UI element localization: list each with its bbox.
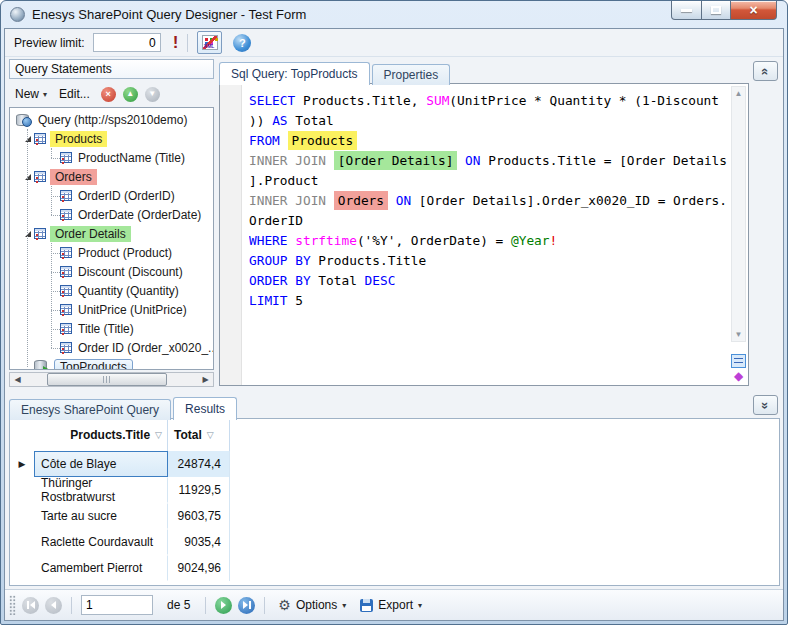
last-page-button[interactable]	[238, 597, 255, 614]
scroll-down-icon[interactable]: ▼	[735, 330, 743, 339]
snippet-diamond-icon[interactable]: ◆	[734, 370, 743, 382]
tree-node-label: Quantity (Quantity)	[76, 283, 181, 299]
tab-properties[interactable]: Properties	[372, 64, 451, 85]
title-bar: Enesys SharePoint Query Designer - Test …	[4, 1, 784, 28]
cell-products-title[interactable]: Tarte au sucre	[34, 503, 168, 529]
intellisense-list-icon[interactable]	[731, 354, 746, 368]
edit-button[interactable]: Edit...	[55, 85, 94, 103]
maximize-button[interactable]	[702, 1, 731, 20]
query-tree: Query (http://sps2010demo)ProductsProduc…	[9, 107, 214, 370]
table-row[interactable]: ▶Côte de Blaye24874,4	[10, 451, 779, 477]
filter-icon[interactable]: ▽	[155, 430, 162, 440]
page-count-label: de 5	[167, 598, 190, 612]
preview-limit-label: Preview limit:	[14, 36, 85, 50]
main-toolbar: Preview limit: ! ?	[5, 29, 783, 57]
cell-total[interactable]: 9035,4	[168, 529, 230, 555]
statusbar-separator	[205, 597, 206, 614]
tree-node-orders[interactable]: Orders	[10, 167, 213, 186]
tree-node-order-id-order-x0020[interactable]: Order ID (Order_x0020_...	[10, 338, 213, 357]
row-marker	[10, 529, 34, 555]
table-row[interactable]: Tarte au sucre9603,75	[10, 503, 779, 529]
sql-code[interactable]: SELECT Products.Title, SUM(UnitPrice * Q…	[249, 91, 728, 383]
tree-node-label: Query (http://sps2010demo)	[36, 112, 189, 128]
tree-node-orderdate-orderdate[interactable]: OrderDate (OrderDate)	[10, 205, 213, 224]
tree-node-label: Orders	[50, 169, 97, 185]
tree-node-label: Order ID (Order_x0020_...	[76, 340, 214, 356]
prev-page-button[interactable]	[45, 597, 62, 614]
tree-horizontal-scrollbar[interactable]: ◀ ▶	[9, 372, 214, 387]
move-up-icon[interactable]: ▲	[123, 87, 138, 102]
export-button[interactable]: Export ▾	[356, 596, 426, 614]
cell-products-title[interactable]: Thüringer Rostbratwurst	[34, 477, 168, 503]
tree-guide	[51, 243, 52, 348]
field-icon	[60, 285, 72, 296]
grip-handle[interactable]	[9, 595, 16, 615]
client-area: Preview limit: ! ? Query Statements New …	[4, 28, 784, 621]
tab-sql-query[interactable]: Sql Query: TopProducts	[219, 62, 370, 85]
tree-node-label: UnitPrice (UnitPrice)	[76, 302, 189, 318]
cell-total[interactable]: 24874,4	[168, 451, 230, 477]
sql-vertical-scrollbar[interactable]: ▲ ▼	[731, 86, 746, 342]
tree-node-discount-discount[interactable]: Discount (Discount)	[10, 262, 213, 281]
preview-limit-input[interactable]	[93, 33, 161, 52]
tree-node-topproducts[interactable]: TopProducts	[10, 357, 213, 370]
chevron-down-icon: ▾	[43, 90, 47, 99]
exclamation-icon[interactable]: !	[173, 34, 179, 51]
delete-icon[interactable]: ×	[101, 87, 116, 102]
sql-tabstrip: Sql Query: TopProducts Properties	[219, 61, 452, 84]
cell-total[interactable]: 9024,96	[168, 555, 230, 581]
tree-node-title-title[interactable]: Title (Title)	[10, 319, 213, 338]
tree-node-unitprice-unitprice[interactable]: UnitPrice (UnitPrice)	[10, 300, 213, 319]
move-down-icon[interactable]: ▼	[145, 87, 160, 102]
first-page-button[interactable]	[22, 597, 39, 614]
cell-products-title[interactable]: Raclette Courdavault	[34, 529, 168, 555]
table-row[interactable]: Raclette Courdavault9035,4	[10, 529, 779, 555]
column-header-products-title[interactable]: Products.Title ▽	[34, 419, 168, 451]
filter-icon[interactable]: ▽	[207, 430, 214, 440]
tree-node-query-http-sps2010demo[interactable]: Query (http://sps2010demo)	[10, 110, 213, 129]
scroll-right-icon[interactable]: ▶	[198, 375, 213, 384]
cell-products-title[interactable]: Camembert Pierrot	[34, 555, 168, 581]
tree-guide	[51, 158, 60, 159]
tree-node-productname-title[interactable]: ProductName (Title)	[10, 148, 213, 167]
next-page-button[interactable]	[215, 597, 232, 614]
edit-button-label: Edit...	[59, 87, 90, 101]
query-statements-panel: Query Statements New ▾ Edit... × ▲ ▼ Que…	[9, 59, 214, 387]
tree-guide	[51, 291, 60, 292]
column-header-total[interactable]: Total ▽	[168, 419, 230, 451]
xml-toggle-button[interactable]	[197, 31, 222, 54]
tree-node-quantity-quantity[interactable]: Quantity (Quantity)	[10, 281, 213, 300]
help-icon[interactable]: ?	[233, 34, 251, 52]
collapse-up-button[interactable]: «	[753, 61, 778, 81]
tab-enesys-sharepoint-query[interactable]: Enesys SharePoint Query	[9, 399, 171, 420]
cell-total[interactable]: 11929,5	[168, 477, 230, 503]
minimize-button[interactable]	[671, 1, 702, 20]
scrollbar-thumb[interactable]	[47, 373, 167, 386]
code-gutter	[220, 84, 242, 385]
tree-node-orderid-orderid[interactable]: OrderID (OrderID)	[10, 186, 213, 205]
tree-guide	[51, 215, 60, 216]
scroll-up-icon[interactable]: ▲	[735, 89, 743, 98]
field-icon	[60, 152, 72, 163]
tree-node-products[interactable]: Products	[10, 129, 213, 148]
close-button[interactable]: ×	[731, 1, 777, 20]
field-icon	[60, 209, 72, 220]
column-header-label: Total	[174, 428, 202, 442]
collapse-down-button[interactable]: »	[753, 395, 778, 415]
cell-total[interactable]: 9603,75	[168, 503, 230, 529]
close-icon: ×	[749, 3, 757, 17]
tree-node-product-product[interactable]: Product (Product)	[10, 243, 213, 262]
code-line: INNER JOIN Orders ON [Order Details].Ord…	[249, 191, 728, 211]
code-line: ].Product	[249, 171, 728, 191]
sql-editor[interactable]: SELECT Products.Title, SUM(UnitPrice * Q…	[219, 83, 749, 386]
options-button[interactable]: ⚙ Options ▾	[274, 596, 350, 614]
table-row[interactable]: Camembert Pierrot9024,96	[10, 555, 779, 581]
page-number-input[interactable]	[81, 595, 153, 615]
new-button[interactable]: New ▾	[11, 85, 51, 103]
scrollbar-track[interactable]	[25, 373, 198, 386]
cell-products-title[interactable]: Côte de Blaye	[34, 451, 168, 477]
tree-node-order-details[interactable]: Order Details	[10, 224, 213, 243]
scroll-left-icon[interactable]: ◀	[10, 375, 25, 384]
table-row[interactable]: Thüringer Rostbratwurst11929,5	[10, 477, 779, 503]
tab-results[interactable]: Results	[173, 397, 237, 420]
